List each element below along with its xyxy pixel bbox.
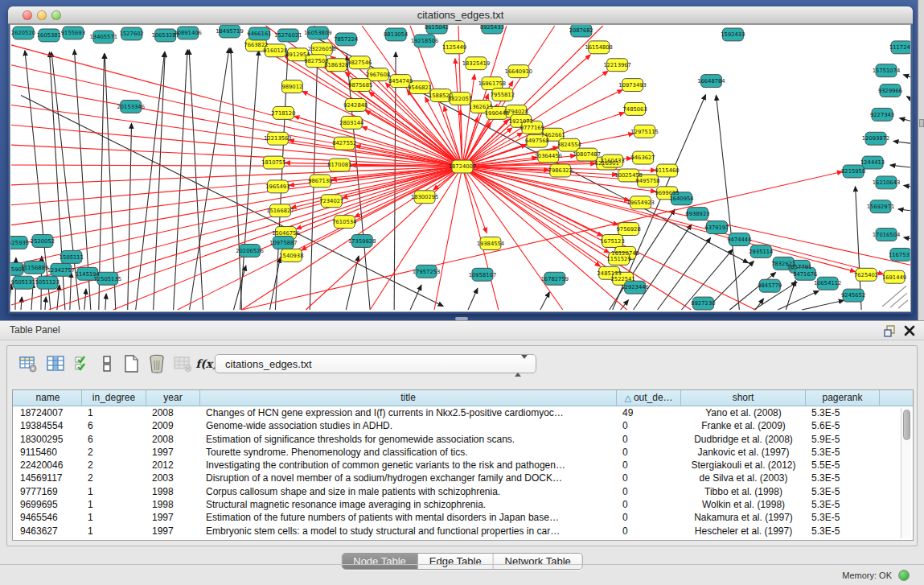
table-row[interactable]: 911546021997Tourette syndrome. Phenomeno… [13,446,892,459]
table-cell[interactable]: 2008 [146,406,200,419]
graph-edge-selected[interactable] [11,105,462,167]
table-cell[interactable]: Changes of HCN gene expression and I(f) … [200,406,617,419]
table-cell[interactable]: 18300295 [14,433,82,446]
table-row[interactable]: 1830029562008Estimation of significance … [13,433,892,446]
graph-edge[interactable] [904,237,910,238]
table-cell[interactable]: Genome-wide association studies in ADHD. [200,419,617,432]
table-cell[interactable]: Tourette syndrome. Phenomenology and cla… [200,446,617,459]
table-cell[interactable]: 18724007 [14,406,82,419]
table-cell[interactable]: Jankovic et al. (1997) [681,446,806,459]
table-cell[interactable]: 22420046 [14,459,82,472]
table-cell[interactable]: 2012 [146,459,200,472]
graph-edge[interactable] [154,52,166,310]
table-cell[interactable]: 1 [82,498,146,511]
table-cell[interactable]: Disruption of a novel member of a sodium… [200,472,617,484]
table-cell[interactable]: 2 [82,459,146,472]
table-cell[interactable]: Dudbridge et al. (2008) [681,433,806,446]
table-scrollbar-thumb[interactable] [903,410,910,440]
close-panel-icon[interactable] [903,324,916,337]
table-row[interactable]: 977716911998Corpus callosum shape and si… [13,485,892,498]
graph-edge[interactable] [890,165,910,167]
table-row[interactable]: 946554611997Estimation of the future num… [13,511,892,524]
network-canvas[interactable]: 1872400718300295193845547663822916012889… [10,24,911,312]
table-cell[interactable]: 9115460 [14,446,82,459]
table-cell[interactable]: Corpus callosum shape and size in male p… [200,485,617,498]
table-cell[interactable]: de Silva et al. (2003) [681,472,806,484]
table-row[interactable]: 1938455462009Genome-wide association stu… [13,419,892,432]
graph-edge-selected[interactable] [462,167,630,200]
table-cell[interactable]: 0 [617,485,681,498]
table-cell[interactable]: 0 [617,472,681,484]
table-cell[interactable]: 2008 [146,433,200,446]
table-cell[interactable]: 5.3E-5 [806,525,880,538]
table-cell[interactable]: Nakamura et al. (1997) [681,511,806,524]
column-header-pagerank[interactable]: pagerank [806,390,880,406]
table-row[interactable]: 969969511998Structural magnetic resonanc… [13,498,892,511]
graph-edge-selected[interactable] [462,75,474,167]
table-cell[interactable]: Embryonic stem cells: a model to study s… [200,525,617,538]
float-panel-icon[interactable] [884,324,897,337]
table-cell[interactable]: 5.3E-5 [806,485,880,498]
table-cell[interactable]: 9463627 [14,525,82,538]
table-cell[interactable]: 1998 [146,485,200,498]
table-cell[interactable]: Estimation of significance thresholds fo… [200,433,617,446]
column-header-out_de[interactable]: △out_de… [617,390,681,406]
table-cell[interactable]: 5.3E-5 [806,446,880,459]
column-header-short[interactable]: short [681,390,806,406]
row-select-icon[interactable] [72,352,94,375]
table-cell[interactable]: 5.3E-5 [806,406,880,419]
graph-edge-selected[interactable] [462,167,602,236]
table-cell[interactable]: 5.3E-5 [806,472,880,484]
table-cell[interactable]: 6 [82,433,146,446]
canvas-resize-handle[interactable] [882,286,908,308]
graph-edge[interactable] [21,297,22,310]
graph-edge[interactable] [84,289,86,310]
graph-edge[interactable] [904,186,910,187]
graph-edge[interactable] [802,300,844,310]
table-scrollbar[interactable] [901,408,911,538]
table-cell[interactable]: 1 [82,406,146,419]
delete-table-icon[interactable] [171,352,194,375]
delete-column-icon[interactable] [146,352,168,375]
table-cell[interactable]: 0 [617,511,681,524]
table-cell[interactable]: Stergiakouli et al. (2012) [681,459,806,472]
graph-edge[interactable] [634,225,692,310]
column-header-year[interactable]: year [146,390,200,406]
table-cell[interactable]: 2 [82,446,146,459]
table-cell[interactable]: 5.9E-5 [806,433,880,446]
table-cell[interactable]: 1997 [146,525,200,538]
graph-edge[interactable] [717,95,740,310]
graph-edge[interactable] [904,75,910,77]
table-cell[interactable]: 0 [617,446,681,459]
table-cell[interactable]: 14569117 [14,472,82,484]
table-cell[interactable]: 0 [617,419,681,432]
table-cell[interactable]: Hescheler et al. (1997) [681,525,806,538]
table-cell[interactable]: 0 [617,498,681,511]
table-row[interactable]: 1456911722003Disruption of a novel membe… [13,472,892,484]
table-cell[interactable]: 5.6E-5 [806,419,880,432]
column-header-in_degree[interactable]: in_degree [82,390,146,406]
graph-edge[interactable] [540,292,549,310]
table-cell[interactable]: 5.3E-5 [806,511,880,524]
table-cell[interactable]: 0 [617,525,681,538]
table-cell[interactable]: 49 [617,406,681,419]
graph-edge[interactable] [893,141,910,143]
table-settings-icon[interactable] [17,352,39,375]
graph-edge[interactable] [231,48,242,310]
column-header-name[interactable]: name [14,390,82,406]
graph-edge[interactable] [105,54,116,310]
table-cell[interactable]: Structural magnetic resonance image aver… [200,498,617,511]
table-cell[interactable]: 2003 [146,472,200,484]
table-cell[interactable]: Wolkin et al. (1998) [681,498,806,511]
table-cell[interactable]: 2 [82,472,146,484]
column-visibility-icon[interactable] [44,352,67,375]
table-row[interactable]: 946362711997Embryonic stem cells: a mode… [13,525,892,538]
graph-edge[interactable] [189,50,203,310]
graph-edge[interactable] [10,284,11,310]
new-column-icon[interactable] [120,352,142,375]
graph-edge-selected[interactable] [462,167,615,248]
citation-network-graph[interactable]: 1872400718300295193845547663822916012889… [10,25,910,311]
graph-edge[interactable] [70,272,72,310]
table-row[interactable]: 1872400712008Changes of HCN gene express… [13,406,892,419]
table-cell[interactable]: 5.3E-5 [806,498,880,511]
